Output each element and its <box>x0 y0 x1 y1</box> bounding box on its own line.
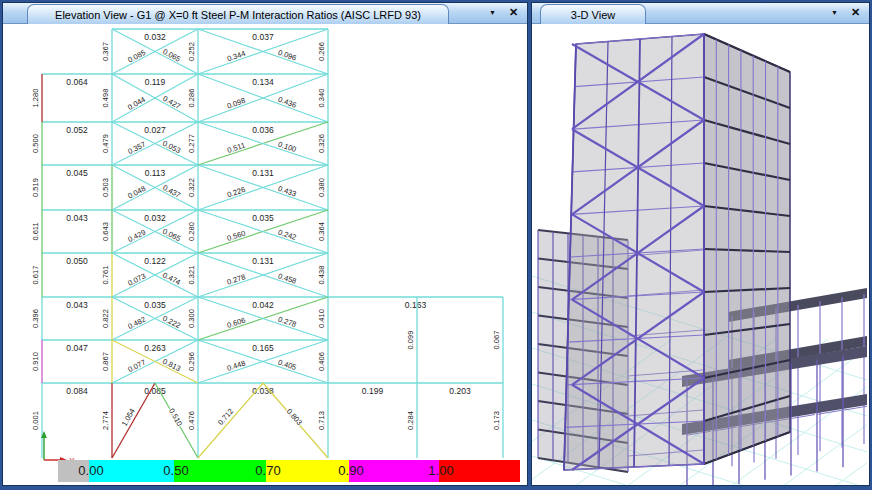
ratio-color-legend: 0.000.500.700.901.00 <box>58 460 520 482</box>
beam-ratio-label: 0.203 <box>449 386 471 396</box>
beam-ratio-label: 0.032 <box>144 213 166 223</box>
column-ratio-label: 2.774 <box>101 411 110 430</box>
column-ratio-label: 0.277 <box>187 134 196 153</box>
column-ratio-label: 0.476 <box>187 411 196 430</box>
beam-ratio-label: 0.043 <box>66 300 88 310</box>
column-ratio-label: 0.867 <box>101 352 110 371</box>
brace-ratio-label: 0.065 <box>161 47 182 64</box>
column-ratio-label: 0.643 <box>101 222 110 241</box>
beam-ratio-label: 0.165 <box>252 343 274 353</box>
brace-ratio-label: 0.077 <box>126 358 147 374</box>
beam-ratio-label: 0.085 <box>144 386 166 396</box>
three-d-view-pane: 3-D View ▼ ✕ <box>531 2 870 486</box>
brace-member[interactable] <box>112 383 155 458</box>
column-ratio-label: 0.280 <box>187 222 196 241</box>
brace-ratio-label: 0.813 <box>161 357 182 373</box>
brace-ratio-label: 0.357 <box>126 140 147 156</box>
three-d-title: 3-D View <box>571 9 615 21</box>
column-ratio-label: 0.367 <box>101 42 110 61</box>
column-ratio-label: 0.410 <box>317 309 326 328</box>
elevation-view-pane: Elevation View - G1 @ X=0 ft Steel P-M I… <box>2 2 528 486</box>
legend-label-0: 0.00 <box>74 463 108 478</box>
beam-ratio-label: 0.084 <box>66 386 88 396</box>
column-ratio-label: 0.498 <box>101 89 110 108</box>
column-ratio-label: 0.479 <box>101 134 110 153</box>
brace-ratio-label: 0.222 <box>161 314 182 330</box>
column-ratio-label: 0.713 <box>317 411 326 430</box>
column-ratio-label: 0.321 <box>187 266 196 285</box>
elevation-canvas[interactable]: 0.0320.0370.0640.1190.1340.0520.0270.036… <box>3 24 527 485</box>
column-ratio-label: 0.252 <box>187 42 196 61</box>
brace-ratio-label: 0.437 <box>161 183 182 200</box>
elevation-title-tab[interactable]: Elevation View - G1 @ X=0 ft Steel P-M I… <box>27 4 449 24</box>
beam-ratio-label: 0.042 <box>252 300 274 310</box>
column-ratio-label: 0.099 <box>406 331 415 350</box>
beam-ratio-label: 0.027 <box>144 125 166 135</box>
column-ratio-label: 0.286 <box>187 89 196 108</box>
three-d-model-rendering[interactable] <box>532 24 867 485</box>
column-ratio-label: 0.284 <box>406 411 415 430</box>
column-ratio-label: 0.340 <box>317 89 326 108</box>
legend-label-3: 0.90 <box>334 463 368 478</box>
brace-ratio-label: 1.054 <box>120 407 137 428</box>
brace-ratio-label: 0.048 <box>126 184 147 201</box>
column-ratio-label: 0.761 <box>101 266 110 285</box>
three-d-title-tab[interactable]: 3-D View <box>540 4 646 24</box>
brace-ratio-label: 0.510 <box>167 407 184 428</box>
beam-ratio-label: 0.045 <box>66 168 88 178</box>
beam-ratio-label: 0.035 <box>252 213 274 223</box>
brace-ratio-label: 0.073 <box>126 271 147 288</box>
column-ratio-label: 0.910 <box>31 352 40 371</box>
column-ratio-label: 0.364 <box>317 222 326 241</box>
beam-ratio-label: 0.035 <box>144 300 166 310</box>
column-ratio-label: 0.503 <box>101 178 110 197</box>
window-menu-arrow-icon[interactable]: ▼ <box>484 5 501 20</box>
column-ratio-label: 0.611 <box>31 222 40 240</box>
legend-label-2: 0.70 <box>251 463 285 478</box>
brace-ratio-label: 0.044 <box>126 95 147 112</box>
beam-ratio-label: 0.064 <box>66 77 88 87</box>
close-icon[interactable]: ✕ <box>847 5 864 20</box>
legend-label-1: 0.50 <box>159 463 193 478</box>
elevation-title: Elevation View - G1 @ X=0 ft Steel P-M I… <box>55 9 421 21</box>
brace-ratio-label: 0.482 <box>126 315 147 331</box>
column-ratio-label: 0.380 <box>317 178 326 197</box>
column-ratio-label: 0.266 <box>317 42 326 61</box>
beam-ratio-label: 0.134 <box>252 77 274 87</box>
column-ratio-label: 0.438 <box>317 266 326 285</box>
beam-ratio-label: 0.036 <box>252 125 274 135</box>
brace-ratio-label: 0.712 <box>216 407 235 427</box>
brace-member[interactable] <box>198 383 263 458</box>
column-ratio-label: 0.067 <box>492 331 501 350</box>
beam-ratio-label: 0.122 <box>144 256 166 266</box>
column-ratio-label: 0.519 <box>31 178 40 197</box>
window-menu-arrow-icon[interactable]: ▼ <box>826 5 843 20</box>
column-ratio-label: 0.617 <box>31 266 40 285</box>
beam-ratio-label: 0.163 <box>405 300 427 310</box>
beam-ratio-label: 0.032 <box>144 32 166 42</box>
brace-ratio-label: 0.427 <box>161 94 182 111</box>
beam-ratio-label: 0.263 <box>144 343 166 353</box>
close-icon[interactable]: ✕ <box>505 5 522 20</box>
beam-ratio-label: 0.043 <box>66 213 88 223</box>
brace-ratio-label: 0.065 <box>161 227 182 243</box>
three-d-canvas[interactable] <box>532 24 869 485</box>
column-ratio-label: 0.296 <box>187 352 196 371</box>
column-ratio-label: 0.322 <box>187 178 196 197</box>
brace-ratio-label: 0.474 <box>161 270 182 287</box>
brace-ratio-label: 0.429 <box>126 228 147 244</box>
brace-ratio-label: 0.053 <box>161 139 182 155</box>
beam-ratio-label: 0.050 <box>66 256 88 266</box>
column-ratio-label: 0.500 <box>31 134 40 153</box>
application-window: { "window": { "left_pane_title": "Elevat… <box>0 0 872 490</box>
elevation-frame-drawing[interactable]: 0.0320.0370.0640.1190.1340.0520.0270.036… <box>3 24 525 464</box>
beam-ratio-label: 0.113 <box>145 168 166 178</box>
legend-label-4: 1.00 <box>424 463 458 478</box>
column-ratio-label: 0.300 <box>187 309 196 328</box>
three-d-titlebar[interactable]: 3-D View ▼ ✕ <box>532 3 869 24</box>
column-ratio-label: 0.326 <box>317 134 326 153</box>
beam-ratio-label: 0.119 <box>145 77 166 87</box>
brace-ratio-label: 0.085 <box>126 48 147 65</box>
elevation-titlebar[interactable]: Elevation View - G1 @ X=0 ft Steel P-M I… <box>3 3 527 24</box>
brace-ratio-label: 0.803 <box>285 407 304 427</box>
